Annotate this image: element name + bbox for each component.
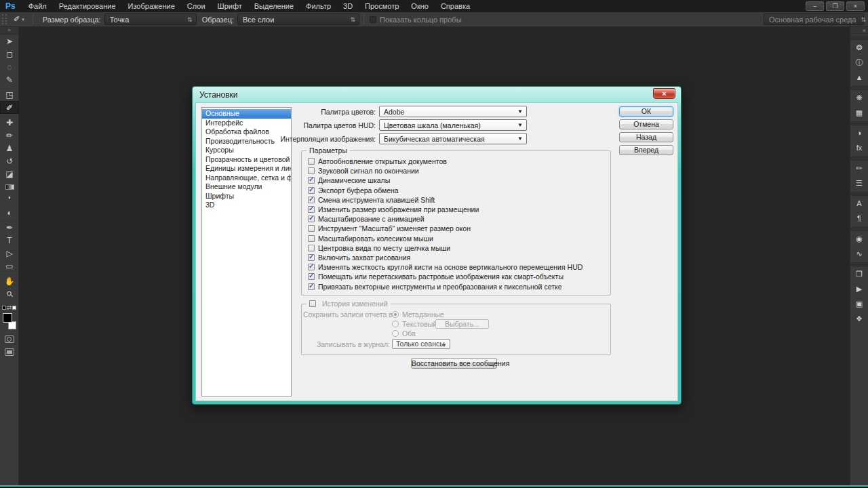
screen-mode-button[interactable] [5, 348, 14, 356]
eraser-tool[interactable]: ◪ [0, 167, 19, 180]
hand-tool[interactable]: ✋ [0, 274, 19, 287]
info-panel-icon[interactable]: ⓘ [850, 55, 868, 70]
dodge-tool[interactable]: ◐ [0, 206, 19, 219]
history-log-checkbox[interactable] [309, 300, 316, 307]
color-picker-select[interactable]: Adobe▼ [379, 106, 527, 117]
cancel-button[interactable]: Отмена [619, 119, 673, 129]
choose-file-button[interactable]: Выбрать... [435, 319, 489, 329]
hud-color-picker-select[interactable]: Цветовая шкала (маленькая)▼ [379, 119, 527, 131]
paragraph-panel-icon[interactable]: ¶ [850, 211, 868, 226]
category-plugins[interactable]: Внешние модули [202, 182, 291, 192]
menu-image[interactable]: Изображение [122, 0, 181, 12]
menu-3d[interactable]: 3D [337, 0, 359, 12]
foreground-color-swatch[interactable] [3, 313, 12, 323]
dialog-close-button[interactable]: × [653, 88, 675, 99]
layers-panel-icon[interactable]: ▣ [850, 296, 868, 311]
brush-panel-icon[interactable]: ✏ [850, 161, 868, 176]
prev-button[interactable]: Назад [619, 132, 673, 142]
menu-help[interactable]: Справка [435, 0, 476, 12]
quick-mask-button[interactable] [5, 336, 14, 343]
reset-all-warnings-button[interactable]: Восстановить все сообщения [411, 358, 497, 369]
histogram-panel-icon[interactable]: ▲ [850, 70, 868, 85]
category-3d[interactable]: 3D [202, 201, 291, 210]
dialog-titlebar[interactable]: Установки [195, 87, 678, 102]
move-tool[interactable]: ➤ [0, 35, 19, 47]
category-guides[interactable]: Направляющие, сетка и фрагменты [202, 174, 291, 183]
clone-stamp-tool[interactable]: ♟ [0, 142, 19, 155]
workspace-select[interactable]: Основная рабочая среда ⇅ [764, 14, 864, 25]
next-button[interactable]: Вперед [619, 145, 673, 155]
history-brush-tool[interactable]: ↺ [0, 155, 19, 167]
option-checkbox[interactable] [308, 283, 315, 290]
option-checkbox[interactable] [308, 235, 315, 242]
option-checkbox[interactable] [308, 264, 315, 270]
eyedropper-tool[interactable]: ✐ [0, 101, 19, 114]
save-log-radio[interactable] [392, 330, 399, 337]
category-type[interactable]: Шрифты [202, 192, 291, 201]
3d-panel-icon[interactable]: ◉ [850, 231, 868, 246]
log-items-select[interactable]: Только сеансы ▼ [392, 339, 450, 349]
sample-size-select[interactable]: Точка ⇅ [104, 14, 197, 25]
swatches-panel-icon[interactable]: ▦ [850, 105, 868, 120]
gradient-tool[interactable] [0, 180, 19, 193]
navigator-panel-icon[interactable]: ❂ [850, 40, 868, 55]
menu-type[interactable]: Шрифт [212, 0, 248, 12]
menu-layers[interactable]: Слои [181, 0, 212, 12]
option-checkbox[interactable] [308, 167, 315, 174]
history-panel-icon[interactable]: ❐ [850, 266, 868, 281]
menu-file[interactable]: Файл [22, 0, 53, 12]
option-checkbox[interactable] [308, 254, 315, 261]
category-units[interactable]: Единицы измерения и линейки [202, 164, 291, 174]
menu-filter[interactable]: Фильтр [300, 0, 337, 12]
styles-panel-icon[interactable]: fx [850, 140, 868, 155]
option-checkbox[interactable] [308, 206, 315, 213]
restore-button[interactable]: ❐ [826, 1, 844, 11]
channels-panel-icon[interactable]: ❖ [850, 311, 868, 326]
paths-panel-icon[interactable]: ∿ [850, 246, 868, 261]
brush-tool[interactable]: ✏ [0, 129, 19, 142]
path-selection-tool[interactable]: ▷ [0, 247, 19, 260]
menu-edit[interactable]: Редактирование [53, 0, 122, 12]
pen-tool[interactable]: ✒ [0, 221, 19, 234]
quick-selection-tool[interactable]: ✎ [0, 73, 19, 86]
option-checkbox[interactable] [308, 158, 315, 165]
option-checkbox[interactable] [308, 197, 315, 203]
marquee-tool[interactable]: ◻ [0, 47, 19, 60]
panel-dock-collapse[interactable]: « [850, 27, 868, 35]
swap-colors-icon[interactable]: ⇄ [0, 304, 18, 312]
shape-tool[interactable]: ▭ [0, 260, 19, 272]
save-log-radio[interactable] [392, 321, 399, 327]
option-checkbox[interactable] [308, 245, 315, 251]
image-interpolation-select[interactable]: Бикубическая автоматическая▼ [379, 133, 527, 144]
option-checkbox[interactable] [308, 225, 315, 232]
healing-brush-tool[interactable]: ✚ [0, 116, 19, 129]
option-checkbox[interactable] [308, 273, 315, 280]
tool-preset-picker[interactable]: ✐ ▾ [9, 15, 28, 24]
close-button[interactable]: × [846, 1, 865, 11]
actions-panel-icon[interactable]: ▶ [850, 281, 868, 296]
save-log-radio[interactable] [392, 311, 399, 318]
zoom-tool[interactable]: ⚲ [0, 287, 19, 300]
crop-tool[interactable]: ◳ [0, 88, 19, 101]
minimize-button[interactable]: – [806, 1, 824, 11]
menu-view[interactable]: Просмотр [359, 0, 405, 12]
option-checkbox[interactable] [308, 187, 315, 194]
blur-tool[interactable]: ❜ [0, 193, 19, 206]
sample-select[interactable]: Все слои ⇅ [237, 14, 359, 25]
color-panel-icon[interactable]: ❋ [850, 90, 868, 105]
ok-button[interactable]: ОК [619, 106, 673, 117]
menu-select[interactable]: Выделение [248, 0, 300, 12]
menu-window[interactable]: Окно [405, 0, 435, 12]
options-bar-grip[interactable] [2, 14, 7, 24]
adjustments-panel-icon[interactable]: ◑ [850, 125, 868, 140]
option-checkbox[interactable] [308, 216, 315, 222]
category-transparency[interactable]: Прозрачность и цветовой охват [202, 155, 291, 165]
character-panel-icon[interactable]: A [850, 196, 868, 211]
category-cursors[interactable]: Курсоры [202, 146, 291, 155]
type-tool[interactable]: T [0, 234, 19, 247]
option-checkbox[interactable] [308, 177, 315, 184]
show-sampling-ring-checkbox[interactable] [370, 16, 376, 23]
tools-panel-collapse[interactable]: » [0, 27, 18, 35]
brush-presets-panel-icon[interactable]: ☰ [850, 176, 868, 190]
lasso-tool[interactable]: ◌ [0, 60, 19, 73]
